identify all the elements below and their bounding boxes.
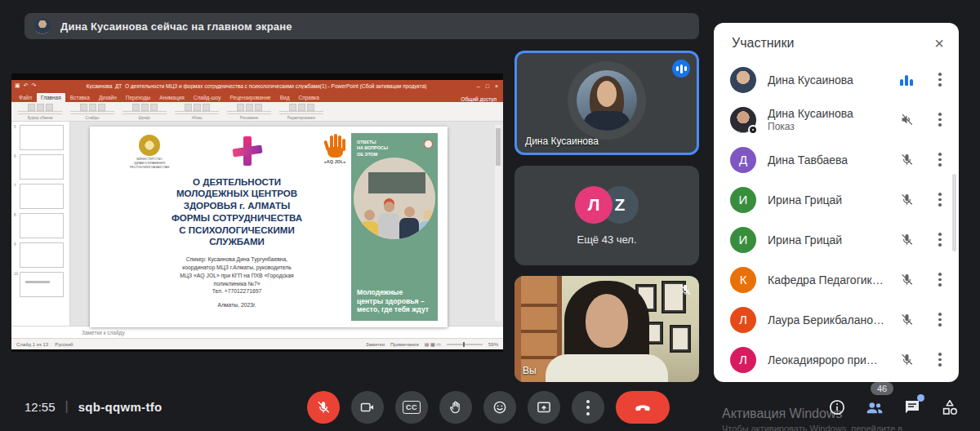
ppt-ribbon-group[interactable]: Редактирование <box>279 104 323 120</box>
captions-button[interactable]: CC <box>395 391 428 424</box>
participants-scrollbar[interactable] <box>952 174 956 251</box>
participant-menu-button[interactable] <box>933 233 947 247</box>
minimize-icon[interactable]: – <box>477 83 480 89</box>
slide-place-date: Алматы, 2023г. <box>114 302 359 308</box>
ppt-ribbon-group[interactable]: Буфер обмена <box>18 104 62 120</box>
reactions-button[interactable] <box>483 391 516 424</box>
ppt-zoom-slider[interactable] <box>447 344 483 345</box>
meet-window: Дина Кусаинова сейчас на главном экране … <box>0 0 980 431</box>
ppt-quick-access-toolbar[interactable]: ▣↶↷ <box>15 82 36 89</box>
ppt-view-buttons[interactable]: ▤ ▦ ▭ <box>425 341 441 347</box>
ppt-ribbon-group[interactable]: Шрифт <box>122 104 167 120</box>
participant-row: ИИрина Грицай <box>714 180 959 220</box>
mic-off-icon <box>897 152 916 167</box>
ppt-tab-7[interactable]: Слайд-шоу <box>189 93 225 102</box>
participant-row: ДДина Тавбаева <box>714 140 959 180</box>
ppt-notes-bar[interactable]: Заметки к слайду <box>11 326 503 338</box>
participant-menu-button[interactable] <box>933 193 947 207</box>
audio-activity-icon <box>900 74 913 86</box>
kazakhstan-emblem-logo: МИНИСТЕРСТВО ЗДРАВООХРАНЕНИЯ РЕСПУБЛИКИ … <box>114 135 185 170</box>
ppt-vertical-scrollbar[interactable] <box>495 125 501 321</box>
ppt-ribbon-tabs: ФайлГлавнаяВставкаДизайнПереходыАнимация… <box>11 91 503 102</box>
ppt-tab-3[interactable]: Вставка <box>66 93 94 102</box>
ppt-tab-6[interactable]: Анимация <box>155 93 189 102</box>
chat-button[interactable] <box>902 397 923 418</box>
close-panel-icon[interactable]: × <box>934 35 944 51</box>
ppt-slide-thumbnail[interactable]: 9 <box>20 242 67 268</box>
participant-menu-button[interactable] <box>933 73 947 87</box>
card-top-text: ОТВЕТЫ НА ВОПРОСЫ ОБ ЭТОМ <box>357 140 388 158</box>
activities-shapes-icon <box>940 398 960 417</box>
participant-menu-button[interactable] <box>933 353 947 367</box>
participant-name: Ирина Грицай <box>768 193 885 207</box>
close-icon[interactable]: × <box>495 83 498 89</box>
mic-off-icon <box>897 352 916 367</box>
card-illustration <box>354 158 435 239</box>
ppt-ribbon-group[interactable]: Слайды <box>70 104 114 120</box>
ppt-comments-toggle[interactable]: Примечания <box>390 342 419 347</box>
emblem-icon <box>139 135 160 156</box>
ppt-tab-2[interactable]: Главная <box>37 93 65 102</box>
video-tile-speaker[interactable]: Дина Кусаинова <box>514 51 699 155</box>
ppt-slide-thumbnail[interactable]: 8 <box>20 213 67 238</box>
medical-cross-logo <box>231 136 264 166</box>
mic-off-icon <box>897 192 916 207</box>
ppt-notes-toggle[interactable]: Заметки <box>366 342 385 347</box>
mic-off-icon <box>897 312 916 327</box>
more-options-button[interactable] <box>572 391 604 424</box>
show-participants-button[interactable] <box>864 397 885 418</box>
ppt-tab-1[interactable]: Файл <box>15 93 36 102</box>
ppt-slide-counter: Слайд 1 из 13 <box>16 342 48 347</box>
participants-title: Участники <box>732 36 794 51</box>
avatar-l: Л <box>575 186 612 224</box>
ppt-slide-thumbnail[interactable]: 10 <box>20 272 67 297</box>
ppt-ribbon: Буфер обменаСлайдыШрифтАбзацРисованиеРед… <box>11 102 503 122</box>
ppt-ribbon-group[interactable]: Абзац <box>175 104 219 120</box>
ppt-slide-thumbnail[interactable]: 6 <box>20 154 67 180</box>
ppt-window-buttons[interactable]: –□× <box>477 83 500 89</box>
ppt-slide-thumbnails: 5678910 <box>11 122 70 326</box>
participant-name: Дина Тавбаева <box>768 153 885 167</box>
clock-time: 12:55 <box>24 400 56 414</box>
activities-button[interactable] <box>939 397 960 418</box>
participant-menu-button[interactable] <box>933 273 947 287</box>
ppt-tab-4[interactable]: Дизайн <box>95 93 121 102</box>
slide-green-card: ОТВЕТЫ НА ВОПРОСЫ ОБ ЭТОМ Молодежные цен… <box>351 133 438 321</box>
video-tile-more-people[interactable]: Z Л Ещё 43 чел. <box>514 166 699 265</box>
end-call-icon <box>633 398 653 417</box>
participant-menu-button[interactable] <box>933 153 947 167</box>
save-icon[interactable]: ▣ <box>15 82 20 89</box>
shared-screen-area[interactable]: ▣↶↷ Кусаинова_ДТ_О деятельности МЦЗ и фо… <box>11 73 503 352</box>
participant-menu-button[interactable] <box>933 313 947 327</box>
participant-menu-button[interactable] <box>933 113 947 127</box>
video-tile-self[interactable]: Вы <box>514 276 699 382</box>
ppt-zoom-level[interactable]: 59% <box>488 342 498 347</box>
camera-button[interactable] <box>351 391 384 424</box>
ppt-slide-thumbnail[interactable]: 5 <box>20 125 67 150</box>
self-label: Вы <box>523 365 537 376</box>
ppt-share-button[interactable]: Общий доступ <box>461 96 503 102</box>
end-call-button[interactable] <box>616 391 670 424</box>
presenting-banner: Дина Кусаинова сейчас на главном экране <box>24 13 699 39</box>
hand-icon <box>324 135 345 158</box>
ppt-tab-9[interactable]: Вид <box>276 93 294 102</box>
raise-hand-button[interactable] <box>439 391 472 424</box>
ppt-tab-5[interactable]: Переходы <box>122 93 155 102</box>
presenter-avatar <box>34 18 51 34</box>
watermark-line2: Чтобы активировать Windows, перейдите в <box>722 424 902 431</box>
maximize-icon[interactable]: □ <box>486 83 489 89</box>
meeting-details-button[interactable] <box>826 397 848 418</box>
participant-avatar: Л <box>730 307 756 333</box>
ppt-tab-10[interactable]: Справка <box>294 93 323 102</box>
participants-list: Дина КусаиноваДина КусаиноваПоказДДина Т… <box>714 60 959 382</box>
ppt-slide-thumbnail[interactable]: 7 <box>20 184 67 209</box>
ppt-tab-8[interactable]: Рецензирование <box>225 93 274 102</box>
participant-avatar: Д <box>730 147 756 173</box>
audio-activity-icon <box>672 60 690 78</box>
undo-icon[interactable]: ↶ <box>24 82 29 89</box>
ppt-ribbon-group[interactable]: Рисование <box>227 104 271 120</box>
mic-mute-button[interactable] <box>307 391 340 424</box>
participant-row: ЛЛиза Казакова <box>714 380 959 382</box>
present-screen-button[interactable] <box>528 391 560 424</box>
ppt-language: Русский <box>55 342 73 347</box>
